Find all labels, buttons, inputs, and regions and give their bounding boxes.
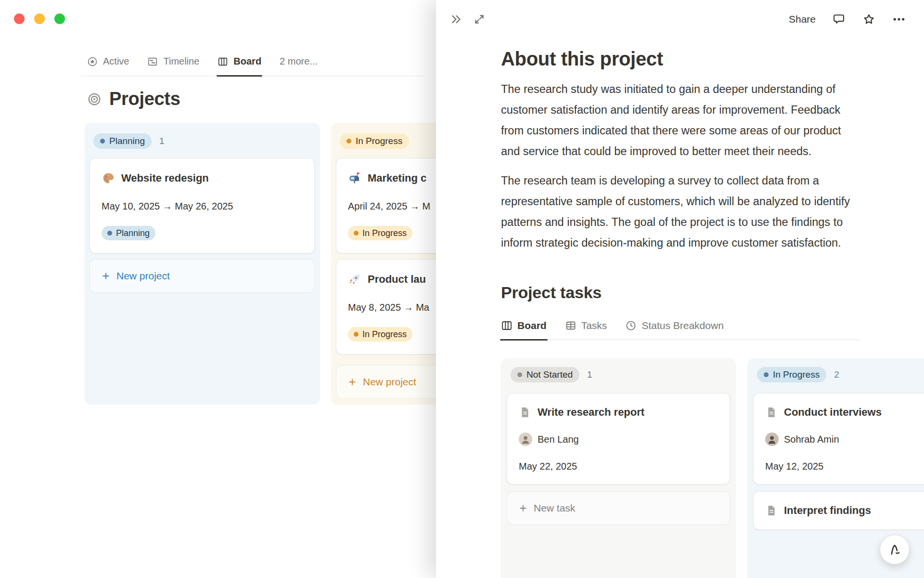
- status-dot: [100, 139, 105, 144]
- new-project-label: New project: [116, 270, 170, 282]
- status-label: In Progress: [773, 369, 820, 380]
- tasks-kanban-board: Not Started 1 Write research report: [501, 358, 924, 578]
- person-icon: [767, 434, 777, 445]
- new-task-button[interactable]: New task: [507, 491, 730, 525]
- plus-icon: [347, 377, 358, 387]
- status-label: Planning: [109, 136, 145, 146]
- task-card-conduct-interviews[interactable]: Conduct interviews Sohrab Amin May 12, 2…: [753, 393, 924, 485]
- column-count: 2: [834, 369, 839, 380]
- card-title: Interpret findings: [784, 503, 871, 518]
- minimize-button[interactable]: [34, 13, 45, 24]
- status-pill-not-started[interactable]: Not Started: [511, 367, 579, 382]
- tab-board[interactable]: Board: [501, 320, 547, 331]
- status-dot: [354, 231, 359, 236]
- database-title[interactable]: Projects: [87, 89, 180, 109]
- status-dot: [764, 372, 769, 377]
- peek-page-content: About this project The research study wa…: [436, 39, 924, 578]
- page-icon: [765, 406, 778, 419]
- status-dot: [517, 372, 522, 377]
- tab-label: Status Breakdown: [642, 320, 723, 331]
- tab-label: Timeline: [163, 56, 199, 67]
- paragraph-block[interactable]: The research team is developing a survey…: [501, 171, 858, 253]
- tab-label: Active: [103, 56, 129, 67]
- avatar: [765, 433, 779, 446]
- close-peek-button[interactable]: [449, 13, 463, 26]
- mailbox-icon: [348, 171, 361, 185]
- column-header: Planning 1: [93, 133, 311, 149]
- database-view-tabs: Active Timeline Board 2 more...: [81, 47, 424, 76]
- card-date-range: May 10, 2025 → May 26, 2025: [102, 200, 303, 212]
- favorite-button[interactable]: [862, 13, 876, 26]
- column-header: In Progress 2: [757, 367, 924, 382]
- status-dot: [354, 332, 359, 337]
- more-views-button[interactable]: 2 more...: [280, 47, 318, 76]
- page-icon: [519, 406, 531, 419]
- star-circle-icon: [87, 56, 98, 67]
- status-label: In Progress: [356, 136, 402, 146]
- ai-scribble-icon: [887, 542, 902, 557]
- timeline-icon: [147, 56, 158, 67]
- assignee-name: Ben Lang: [538, 432, 579, 447]
- status-label: In Progress: [362, 228, 407, 238]
- status-label: In Progress: [362, 329, 407, 340]
- avatar: [519, 433, 532, 446]
- comments-button[interactable]: [832, 13, 846, 26]
- card-title: Product lau: [368, 272, 426, 287]
- task-column-not-started: Not Started 1 Write research report: [501, 358, 736, 578]
- board-icon: [501, 320, 513, 331]
- palette-icon: [102, 171, 115, 185]
- column-count: 1: [587, 369, 592, 380]
- assignee-name: Sohrab Amin: [784, 432, 839, 447]
- tab-timeline[interactable]: Timeline: [147, 47, 199, 76]
- plus-icon: [518, 503, 528, 513]
- peek-toolbar: Share: [436, 0, 924, 39]
- page-icon: [765, 504, 778, 517]
- task-card-write-research-report[interactable]: Write research report Ben Lang May 22, 2…: [507, 393, 730, 485]
- board-icon: [218, 56, 228, 67]
- tab-label: Tasks: [581, 320, 607, 331]
- card-status-badge: In Progress: [348, 226, 412, 240]
- column-header: Not Started 1: [511, 367, 726, 382]
- star-outline-icon: [862, 13, 876, 26]
- kanban-column-planning: Planning 1 Website redesign May 10, 2025…: [84, 123, 320, 405]
- card-date: May 22, 2025: [519, 460, 718, 473]
- database-title-text: Projects: [109, 89, 180, 109]
- clock-icon: [625, 320, 637, 331]
- tab-board[interactable]: Board: [218, 47, 261, 76]
- close-button[interactable]: [14, 13, 25, 24]
- card-title: Marketing c: [368, 171, 426, 185]
- zoom-button[interactable]: [54, 13, 65, 24]
- target-icon: [87, 92, 102, 106]
- notion-ai-button[interactable]: [880, 535, 910, 565]
- tab-tasks[interactable]: Tasks: [565, 320, 607, 331]
- tab-label: Board: [233, 56, 261, 67]
- status-label: Planning: [116, 228, 150, 238]
- status-dot: [107, 231, 112, 236]
- card-status-badge: In Progress: [348, 327, 412, 342]
- card-date: May 12, 2025: [765, 460, 924, 473]
- ellipsis-icon: [892, 13, 906, 26]
- tasks-view-tabs: Board Tasks Status Breakdown: [501, 320, 861, 340]
- more-options-button[interactable]: [892, 13, 906, 26]
- project-card-website-redesign[interactable]: Website redesign May 10, 2025 → May 26, …: [90, 158, 315, 253]
- status-dot: [346, 139, 351, 144]
- new-task-label: New task: [534, 502, 575, 514]
- expand-page-button[interactable]: [473, 13, 486, 26]
- new-project-button[interactable]: New project: [90, 259, 315, 293]
- status-pill-in-progress[interactable]: In Progress: [757, 367, 826, 382]
- page-heading[interactable]: About this project: [501, 47, 924, 70]
- status-pill-in-progress[interactable]: In Progress: [340, 133, 409, 149]
- task-card-interpret-findings[interactable]: Interpret findings: [753, 491, 924, 530]
- tab-active[interactable]: Active: [87, 47, 129, 76]
- double-chevron-right-icon: [449, 13, 463, 26]
- paragraph-block[interactable]: The research study was initiated to gain…: [501, 79, 858, 162]
- status-label: Not Started: [526, 369, 573, 380]
- more-views-label: 2 more...: [280, 56, 318, 67]
- tab-status-breakdown[interactable]: Status Breakdown: [625, 320, 723, 331]
- status-pill-planning[interactable]: Planning: [93, 133, 152, 149]
- card-title: Website redesign: [121, 171, 209, 185]
- window-controls: [14, 13, 65, 24]
- section-heading[interactable]: Project tasks: [501, 282, 924, 302]
- share-button[interactable]: Share: [789, 13, 816, 25]
- new-project-label: New project: [363, 376, 416, 388]
